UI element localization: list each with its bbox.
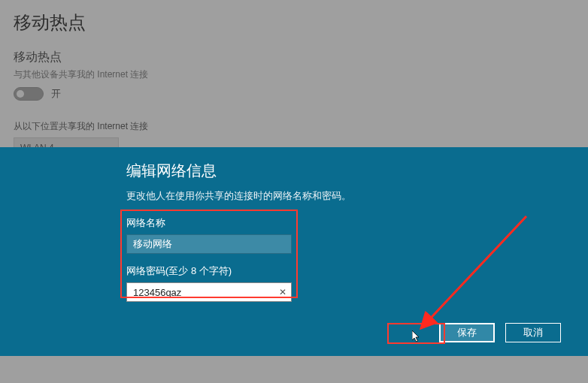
cursor-icon xyxy=(412,330,421,342)
clear-input-icon[interactable]: ✕ xyxy=(274,282,292,302)
network-name-label: 网络名称 xyxy=(126,216,588,230)
edit-network-dialog: 编辑网络信息 更改他人在使用你共享的连接时的网络名称和密码。 网络名称 网络密码… xyxy=(0,147,588,356)
cancel-button[interactable]: 取消 xyxy=(505,323,561,342)
network-password-input[interactable] xyxy=(126,282,292,302)
dialog-title: 编辑网络信息 xyxy=(126,161,588,181)
network-password-label: 网络密码(至少 8 个字符) xyxy=(126,264,588,278)
network-name-input[interactable] xyxy=(126,234,292,254)
dialog-description: 更改他人在使用你共享的连接时的网络名称和密码。 xyxy=(126,190,588,203)
save-button[interactable]: 保存 xyxy=(439,323,495,342)
